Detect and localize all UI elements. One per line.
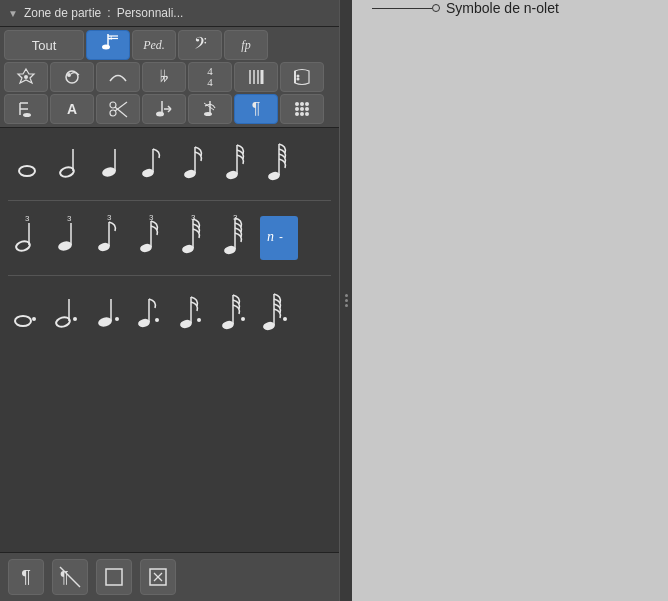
svg-point-90 bbox=[241, 317, 245, 321]
btn-tempo[interactable] bbox=[142, 94, 186, 124]
svg-text:-: - bbox=[279, 230, 283, 244]
svg-point-87 bbox=[197, 318, 201, 322]
eighth-note-tuplet[interactable]: 3 bbox=[92, 216, 130, 260]
btn-repeat[interactable] bbox=[280, 62, 324, 92]
svg-point-41 bbox=[19, 166, 35, 176]
drag-dot-1 bbox=[345, 294, 348, 297]
svg-text:3: 3 bbox=[25, 215, 30, 223]
btn-text[interactable]: A bbox=[50, 94, 94, 124]
toolbar-row-1: Tout 3 Ped. bbox=[4, 30, 335, 60]
svg-point-81 bbox=[115, 317, 119, 321]
svg-rect-96 bbox=[106, 569, 122, 585]
main-panel: ▼ Zone de partie : Personnali... Tout 3 bbox=[0, 0, 340, 601]
title-separator: : bbox=[107, 6, 110, 20]
sixteenth-note[interactable] bbox=[176, 141, 214, 185]
svg-point-75 bbox=[32, 317, 36, 321]
btn-trills[interactable] bbox=[50, 62, 94, 92]
rest-icon bbox=[16, 99, 36, 119]
btn-time-sig[interactable]: 44 bbox=[188, 62, 232, 92]
x-rect-button[interactable] bbox=[140, 559, 176, 595]
btn-scissors[interactable] bbox=[96, 94, 140, 124]
svg-point-1 bbox=[102, 45, 110, 50]
bottom-toolbar: ¶ ¶ bbox=[0, 552, 339, 601]
svg-point-33 bbox=[300, 102, 304, 106]
x-rect-icon bbox=[147, 566, 169, 588]
svg-line-22 bbox=[115, 107, 127, 117]
btn-tout-label: Tout bbox=[32, 38, 57, 53]
drag-handle[interactable] bbox=[340, 0, 352, 601]
btn-pedal[interactable]: Ped. bbox=[132, 30, 176, 60]
eighth-note[interactable] bbox=[134, 141, 172, 185]
svg-point-8 bbox=[67, 73, 71, 77]
btn-paragraph-label: ¶ bbox=[252, 100, 261, 118]
btn-notes-tuplet[interactable]: 3 bbox=[86, 30, 130, 60]
callout-label: Symbole de n-olet bbox=[446, 0, 559, 16]
svg-point-78 bbox=[73, 317, 77, 321]
ornaments-icon bbox=[15, 66, 37, 88]
toolbar: Tout 3 Ped. bbox=[0, 27, 339, 128]
rect-icon bbox=[103, 566, 125, 588]
quarter-note-tuplet[interactable]: 3 bbox=[50, 216, 88, 260]
svg-point-39 bbox=[300, 112, 304, 116]
btn-tout[interactable]: Tout bbox=[4, 30, 84, 60]
btn-dynamics-label: fp bbox=[241, 38, 250, 53]
svg-point-93 bbox=[283, 317, 287, 321]
sixtyfourth-note[interactable] bbox=[260, 141, 298, 185]
sixteenth-note-tuplet[interactable]: 3 bbox=[134, 216, 172, 260]
half-note-dotted[interactable] bbox=[50, 291, 88, 335]
whole-note[interactable] bbox=[8, 141, 46, 185]
sixtyfourth-note-tuplet[interactable]: 3 bbox=[218, 216, 256, 260]
notes-row-2: 3 3 3 3 3 bbox=[8, 213, 331, 263]
thirtysecond-note[interactable] bbox=[218, 141, 256, 185]
drag-dot-2 bbox=[345, 299, 348, 302]
btn-dynamics[interactable]: fp bbox=[224, 30, 268, 60]
notes-row-1 bbox=[8, 138, 331, 188]
svg-point-34 bbox=[305, 102, 309, 106]
svg-point-84 bbox=[155, 318, 159, 322]
btn-bass-clef[interactable]: 𝄢 bbox=[178, 30, 222, 60]
svg-point-19 bbox=[23, 113, 31, 117]
btn-paragraph[interactable]: ¶ bbox=[234, 94, 278, 124]
panel-wrapper: ▼ Zone de partie : Personnali... Tout 3 bbox=[0, 0, 668, 601]
btn-rest[interactable] bbox=[4, 94, 48, 124]
scissors-icon bbox=[107, 98, 129, 120]
thirtysecond-note-tuplet[interactable]: 3 bbox=[176, 216, 214, 260]
svg-point-32 bbox=[295, 102, 299, 106]
half-note[interactable] bbox=[50, 141, 88, 185]
toolbar-row-2: 𝄫 44 bbox=[4, 62, 335, 92]
svg-point-56 bbox=[15, 240, 31, 252]
btn-time-sig-label: 44 bbox=[207, 66, 213, 88]
btn-accidentals[interactable]: 𝄫 bbox=[142, 62, 186, 92]
svg-text:n: n bbox=[267, 229, 274, 244]
n-olet-symbol[interactable]: n - bbox=[260, 216, 298, 260]
svg-point-43 bbox=[59, 166, 75, 178]
btn-ornaments[interactable] bbox=[4, 62, 48, 92]
sixteenth-note-dotted[interactable] bbox=[176, 291, 214, 335]
svg-point-30 bbox=[204, 112, 212, 116]
quarter-note-dotted[interactable] bbox=[92, 291, 130, 335]
whole-note-dotted[interactable] bbox=[8, 291, 46, 335]
drag-dot-3 bbox=[345, 304, 348, 307]
quarter-note[interactable] bbox=[92, 141, 130, 185]
btn-grid[interactable] bbox=[280, 94, 324, 124]
half-note-tuplet[interactable]: 3 bbox=[8, 216, 46, 260]
eighth-note-dotted[interactable] bbox=[134, 291, 172, 335]
btn-slur[interactable] bbox=[96, 62, 140, 92]
collapse-triangle[interactable]: ▼ bbox=[8, 8, 18, 19]
svg-text:3: 3 bbox=[67, 215, 72, 223]
grid-icon bbox=[292, 99, 312, 119]
para-icon: ¶ bbox=[21, 567, 31, 588]
grace-icon bbox=[199, 98, 221, 120]
rect-button[interactable] bbox=[96, 559, 132, 595]
sixtyfourth-note-dotted[interactable] bbox=[260, 291, 298, 335]
thirtysecond-note-dotted[interactable] bbox=[218, 291, 256, 335]
callout-connector-line bbox=[372, 8, 432, 9]
btn-barlines[interactable] bbox=[234, 62, 278, 92]
btn-grace[interactable] bbox=[188, 94, 232, 124]
svg-point-38 bbox=[295, 112, 299, 116]
strike-para-icon: ¶ bbox=[58, 565, 82, 589]
title-prefix: Zone de partie bbox=[24, 6, 101, 20]
para-button[interactable]: ¶ bbox=[8, 559, 44, 595]
strike-para-button[interactable]: ¶ bbox=[52, 559, 88, 595]
slur-icon bbox=[107, 66, 129, 88]
